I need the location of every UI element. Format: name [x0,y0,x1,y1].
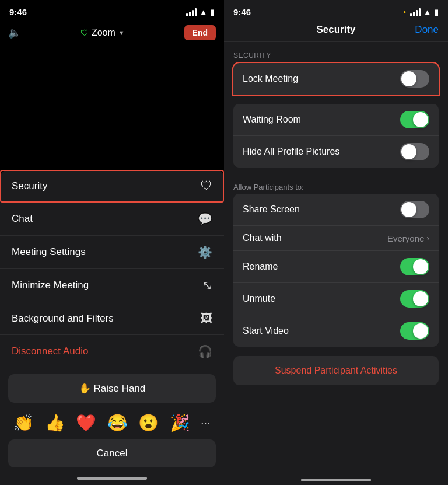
chat-menu-icon: 💬 [198,212,212,226]
zoom-label: Zoom [92,27,116,38]
home-bar-left [77,477,147,480]
lock-meeting-label: Lock Meeting [243,74,298,84]
chat-with-row[interactable]: Chat with Everyone › [233,226,439,251]
rename-label: Rename [243,261,278,272]
reaction-laugh[interactable]: 😂 [107,413,128,432]
toggle-knob-hide [401,144,416,159]
menu-item-disconnect[interactable]: Disconnect Audio 🎧 [0,335,224,368]
menu-item-chat[interactable]: Chat 💬 [0,203,224,236]
zoom-button[interactable]: 🛡 Zoom ▼ [80,27,125,38]
start-video-row[interactable]: Start Video [233,315,439,347]
done-button[interactable]: Done [415,24,439,36]
unmute-label: Unmute [243,294,275,304]
time-right: 9:46 [233,7,251,17]
signal-bar-r2 [413,12,415,16]
security-settings-group: Waiting Room Hide All Profile Pictures [233,104,439,168]
reaction-clap[interactable]: 👏 [13,413,34,432]
bottom-spacer [224,395,448,430]
signal-bars-left [186,8,197,16]
home-bar-right [301,479,371,481]
toggle-knob-video [413,323,428,339]
lock-meeting-toggle[interactable] [400,70,429,88]
reactions-row: 👏 👍 ❤️ 😂 😮 🎉 ··· [0,409,224,439]
battery-icon-left: ▮ [210,8,215,17]
nav-bar: Security Done [224,20,448,42]
suspend-button[interactable]: Suspend Participant Activities [233,356,439,385]
menu-item-minimize[interactable]: Minimize Meeting ⤡ [0,269,224,302]
signal-bar-r4 [419,8,421,16]
right-panel: 9:46 ● ▲ ▮ Security Done SECURITY Lock M… [224,0,448,485]
toggle-knob-share [401,202,416,217]
menu-disconnect-label: Disconnect Audio [12,346,88,357]
lock-meeting-row[interactable]: Lock Meeting [233,63,439,95]
chevron-down-icon: ▼ [118,29,125,36]
home-indicator-right [224,469,448,485]
reaction-wow[interactable]: 😮 [138,413,159,432]
security-section-header: SECURITY [224,42,448,63]
rename-row[interactable]: Rename [233,251,439,283]
menu-item-meeting-settings[interactable]: Meeting Settings ⚙️ [0,236,224,269]
shield-icon: 🛡 [80,28,89,37]
menu-minimize-label: Minimize Meeting [12,280,89,291]
status-icons-left: ▲ ▮ [186,8,215,17]
cancel-button[interactable]: Cancel [8,439,216,467]
allow-participants-header: Allow Participants to: [224,177,448,194]
chat-with-value-group: Everyone › [387,233,429,243]
signal-bar-4 [195,8,197,16]
menu-item-background[interactable]: Background and Filters 🖼 [0,302,224,335]
waiting-room-toggle[interactable] [400,111,429,128]
toggle-knob-unmute [413,291,428,306]
unmute-row[interactable]: Unmute [233,283,439,315]
menu-settings-label: Meeting Settings [12,246,86,258]
menu-overlay: Security 🛡 Chat 💬 Meeting Settings ⚙️ Mi… [0,170,224,485]
gear-menu-icon: ⚙️ [198,245,212,259]
toggle-knob-lock [401,71,416,86]
activity-dot: ● [403,9,406,15]
time-left: 9:46 [9,7,27,17]
reaction-party[interactable]: 🎉 [170,413,190,432]
toggle-knob-waiting [413,112,428,127]
raise-hand-button[interactable]: ✋ Raise Hand [8,374,216,403]
end-button[interactable]: End [184,25,216,40]
hide-pictures-row[interactable]: Hide All Profile Pictures [233,136,439,168]
minimize-menu-icon: ⤡ [202,278,212,292]
nav-title: Security [316,24,355,36]
signal-bars-right [410,8,421,16]
reaction-thumbs-up[interactable]: 👍 [45,413,65,432]
share-screen-row[interactable]: Share Screen [233,194,439,226]
wifi-icon-right: ▲ [424,8,431,16]
start-video-toggle[interactable] [400,322,429,340]
rename-toggle[interactable] [400,258,429,275]
signal-bar-r3 [416,10,418,16]
menu-chat-label: Chat [12,213,33,225]
volume-icon: 🔈 [8,26,21,39]
toggle-knob-rename [413,259,428,274]
signal-bar-r1 [410,13,412,16]
hide-pictures-toggle[interactable] [400,143,429,160]
settings-content: SECURITY Lock Meeting Waiting Room Hide … [224,42,448,469]
status-bar-left: 9:46 ▲ ▮ [0,0,224,20]
share-screen-toggle[interactable] [400,201,429,218]
lock-meeting-group: Lock Meeting [233,63,439,95]
menu-background-label: Background and Filters [12,313,114,325]
signal-bar-2 [189,12,191,16]
unmute-toggle[interactable] [400,290,429,308]
battery-icon-right: ▮ [434,8,439,17]
headphone-menu-icon: 🎧 [198,344,212,358]
chevron-right-icon: › [426,233,429,243]
background-menu-icon: 🖼 [201,312,212,325]
hide-pictures-label: Hide All Profile Pictures [243,146,340,157]
chat-with-label: Chat with [243,233,282,243]
waiting-room-row[interactable]: Waiting Room [233,104,439,136]
share-screen-label: Share Screen [243,204,300,215]
status-bar-right: 9:46 ● ▲ ▮ [224,0,448,20]
signal-bar-1 [186,13,188,16]
more-reactions-button[interactable]: ··· [201,416,211,430]
start-video-label: Start Video [243,326,289,336]
allow-participants-group: Share Screen Chat with Everyone › Rename [233,194,439,347]
reaction-heart[interactable]: ❤️ [76,413,96,432]
left-panel: 9:46 ▲ ▮ 🔈 🛡 Zoom ▼ End Security 🛡 [0,0,224,485]
menu-item-security[interactable]: Security 🛡 [0,170,224,203]
wifi-icon-left: ▲ [200,8,207,16]
chat-with-value: Everyone [387,233,424,243]
